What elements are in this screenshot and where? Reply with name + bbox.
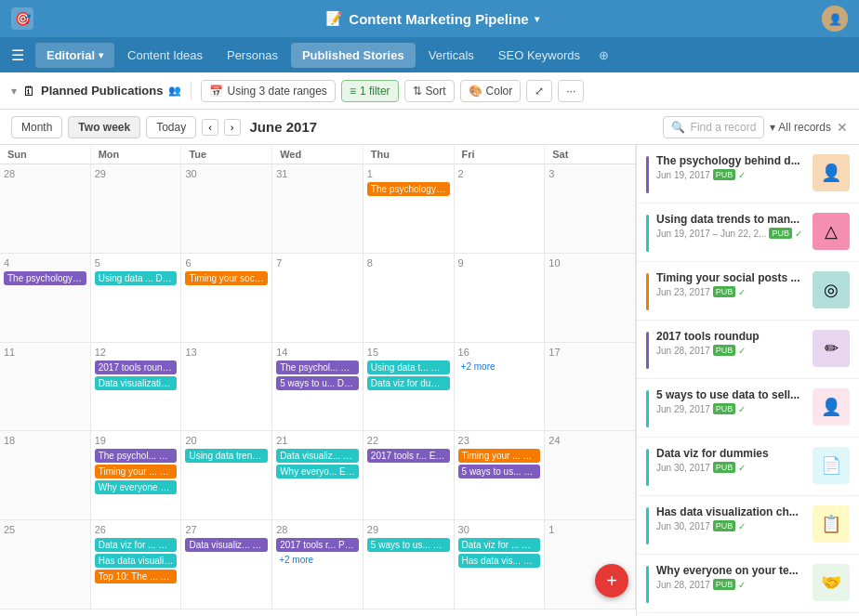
record-item-1[interactable]: Using data trends to man...Jun 19, 2017 … (637, 203, 859, 262)
calendar-event[interactable]: Timing your social posts for success DRA… (185, 271, 268, 285)
pub-status-badge: PUB (713, 462, 736, 473)
sort-button[interactable]: ⇅ Sort (404, 80, 455, 102)
section-collapse-icon[interactable]: ▾ (11, 85, 17, 98)
calendar-event[interactable]: The psychology behind data viz DRAFT 🎨 (367, 182, 450, 196)
section-settings-icon[interactable]: 👥 (168, 85, 181, 97)
record-item-6[interactable]: Has data visualization ch...Jun 30, 2017… (637, 496, 859, 555)
calendar-event[interactable]: Why everyo... EDIT 🎨 (276, 465, 359, 478)
calendar-event[interactable]: Using data ... DRAFT (95, 271, 178, 285)
calendar-event[interactable]: Data viz for ... EDIT 🎨 (95, 538, 178, 552)
month-view-button[interactable]: Month (11, 116, 62, 138)
calendar-grid: 282930311The psychology behind data viz … (0, 164, 636, 609)
filter-button[interactable]: ≡ 1 filter (341, 80, 399, 102)
calendar-event[interactable]: The psychol... EDIT 🎨 (276, 360, 359, 374)
nav-item-personas[interactable]: Personas (216, 43, 289, 68)
cal-date-label: 22 (367, 435, 450, 446)
calendar-event[interactable]: 2017 tools r... PUB ✓ (276, 538, 359, 552)
nav-item-verticals[interactable]: Verticals (417, 43, 485, 68)
record-thumbnail: ◎ (813, 271, 850, 308)
record-item-2[interactable]: Timing your social posts ...Jun 23, 2017… (637, 262, 859, 321)
calendar-event[interactable]: 5 ways to us... EDIT 🎨 (458, 465, 541, 478)
nav-item-seo-keywords[interactable]: SEO Keywords (487, 43, 591, 68)
cal-date-label: 23 (458, 435, 541, 446)
avatar[interactable]: 👤 (822, 6, 848, 32)
svg-text:👤: 👤 (828, 12, 842, 26)
record-thumbnail: 📋 (813, 505, 850, 543)
cal-date-label: 26 (95, 524, 178, 535)
cal-date-label: 2 (458, 168, 541, 179)
close-panel-button[interactable]: ✕ (837, 120, 848, 135)
calendar-event[interactable]: 2017 tools roundup DRAFT 🎨 (95, 360, 178, 374)
calendar-event[interactable]: Data visualiz... PUB ✓ (185, 538, 268, 552)
share-button[interactable]: ⤢ (526, 80, 552, 102)
calendar-event[interactable]: 2017 tools r... EDIT 🎨 (367, 449, 450, 463)
cal-date-label: 15 (367, 347, 450, 358)
toolbar-divider-1 (191, 82, 192, 100)
record-date: Jun 30, 2017PUB✓ (656, 462, 805, 473)
search-icon: 🔍 (671, 121, 685, 134)
pub-status-badge: PUB (769, 228, 792, 239)
calendar-event[interactable]: Top 10: The ... EDIT 🎨 (95, 570, 178, 583)
calendar-event[interactable]: 5 ways to u... DRAFT (276, 376, 359, 390)
cal-cell-w0-d6: 3 (545, 164, 636, 254)
calendar-icon: 📅 (209, 85, 223, 98)
calendar-event[interactable]: Data viz for dummies DRAFT 🎨 (367, 376, 450, 390)
record-item-5[interactable]: Data viz for dummiesJun 30, 2017PUB✓📄 (637, 438, 859, 496)
two-week-view-button[interactable]: Two week (68, 116, 140, 138)
cal-cell-w3-d6: 24 (545, 431, 636, 520)
cal-cell-w1-d1: 5Using data ... DRAFT (91, 254, 182, 343)
calendar-event[interactable]: Using data trends to manage your merchan… (185, 449, 268, 463)
record-title: The psychology behind d... (656, 154, 805, 167)
calendar-event[interactable]: Data viz for ... PUB ✓ (458, 538, 541, 552)
more-events-button[interactable]: +2 more (458, 360, 541, 373)
today-button[interactable]: Today (146, 116, 196, 138)
record-date: Jun 29, 2017PUB✓ (656, 403, 805, 414)
calendar-event[interactable]: The psychology ... DRAFT 🎨 (4, 271, 86, 285)
cal-cell-w4-d5: 30Data viz for ... PUB ✓Has data vis... … (455, 520, 546, 609)
record-date: Jun 19, 2017 – Jun 22, 2...PUB✓ (656, 228, 805, 239)
more-button[interactable]: ··· (558, 80, 584, 102)
record-bar (646, 566, 649, 603)
record-date: Jun 30, 2017PUB✓ (656, 520, 805, 531)
record-item-7[interactable]: Why everyone on your te...Jun 28, 2017PU… (637, 555, 859, 613)
record-item-0[interactable]: The psychology behind d...Jun 19, 2017PU… (637, 145, 859, 203)
calendar-event[interactable]: Has data visualization changed the busin… (95, 554, 178, 568)
add-record-fab[interactable]: + (595, 564, 628, 597)
cal-date-label: 3 (548, 168, 631, 179)
next-month-button[interactable]: › (224, 119, 241, 136)
record-item-4[interactable]: 5 ways to use data to sell...Jun 29, 201… (637, 379, 859, 438)
find-record-box[interactable]: 🔍 Find a record (663, 116, 765, 138)
nav-item-content-ideas[interactable]: Content Ideas (116, 43, 214, 68)
calendar-event[interactable]: Data visualization: Linking left brain &… (95, 376, 178, 390)
calendar-event[interactable]: Has data vis... PUB ✓ (458, 554, 541, 568)
record-bar (646, 215, 649, 252)
date-ranges-button[interactable]: 📅 Using 3 date ranges (201, 80, 335, 102)
nav-item-published-stories[interactable]: Published Stories (291, 43, 416, 68)
add-tab-button[interactable]: ⊕ (593, 43, 615, 68)
cal-date-label: 4 (4, 257, 86, 269)
share-icon: ⤢ (535, 85, 544, 98)
current-month-label: June 2017 (250, 119, 318, 135)
more-events-button[interactable]: +2 more (276, 554, 359, 566)
title-dropdown-icon[interactable]: ▾ (535, 14, 539, 24)
record-item-3[interactable]: 2017 tools roundupJun 28, 2017PUB✓✏ (637, 321, 859, 379)
calendar-event[interactable]: Timing your ... EDIT 🎨 (95, 465, 178, 478)
record-bar (646, 156, 649, 193)
prev-month-button[interactable]: ‹ (202, 119, 218, 136)
cal-cell-w4-d2: 27Data visualiz... PUB ✓ (181, 520, 272, 609)
cal-date-label: 1 (548, 524, 631, 535)
hamburger-icon[interactable]: ☰ (7, 43, 28, 68)
calendar-event[interactable]: Data visualiz... EDIT 🎨 (276, 449, 359, 463)
calendar-event[interactable]: Timing your ... PUB ✓ (458, 449, 541, 463)
calendar-event[interactable]: Using data t... EDIT 🎨 (367, 360, 450, 374)
calendar-event[interactable]: The psychol... PUB ✓ (95, 449, 178, 463)
toolbar: ▾ 🗓 Planned Publications 👥 📅 Using 3 dat… (0, 72, 859, 110)
day-header-mon: Mon (91, 145, 182, 164)
color-button[interactable]: 🎨 Color (460, 80, 522, 102)
record-bar (646, 332, 649, 369)
nav-item-editorial[interactable]: Editorial ▾ (35, 43, 114, 68)
calendar-event[interactable]: 5 ways to us... PUB ✓ (367, 538, 450, 552)
cal-cell-w2-d6: 17 (545, 343, 636, 432)
all-records-button[interactable]: ▾ All records (770, 121, 831, 134)
calendar-event[interactable]: Why everyone on your team need... DRAFT … (95, 480, 178, 494)
